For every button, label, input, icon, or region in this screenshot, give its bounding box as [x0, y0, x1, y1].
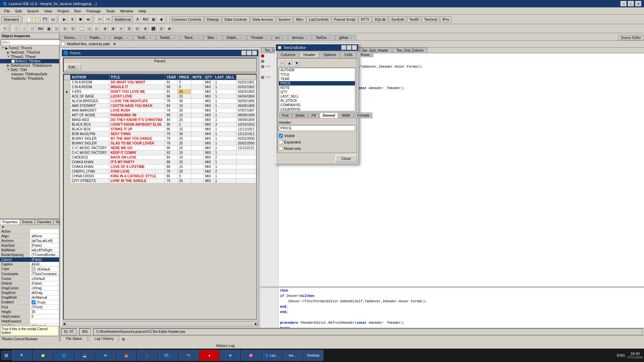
col-header-note[interactable]: NOTE	[191, 75, 204, 80]
taskbar-firefox[interactable]: 🦊	[116, 350, 136, 361]
source-tab-close-13[interactable]: ✕	[350, 36, 352, 40]
lower-code-lines[interactable]: then if IHover=nil then IHover:=TTextFor…	[279, 288, 644, 328]
props-val-helptype[interactable]: htContext	[30, 324, 59, 325]
menu-view[interactable]: View	[42, 8, 55, 14]
menu-run[interactable]: Run	[71, 8, 84, 14]
tb-a2[interactable]: Abc	[142, 16, 149, 23]
nav-minus-btn[interactable]: −	[279, 60, 285, 66]
col-header-year[interactable]: YEAR	[165, 75, 177, 80]
props-tab-properties[interactable]: Properties	[0, 219, 20, 225]
teegrid-tab-cells[interactable]: Cells	[340, 52, 356, 57]
tb-new[interactable]: 📄	[25, 16, 33, 23]
props-tab-favorites[interactable]: Favorites	[35, 219, 53, 225]
settings-gear-icon[interactable]: ⚙	[122, 337, 125, 342]
start-button[interactable]: ⊞	[1, 351, 11, 360]
taskbar-search[interactable]: 🔍	[12, 350, 32, 361]
props-val-constraints[interactable]: (TSizeConstraint...	[30, 272, 59, 277]
col-item-note[interactable]: NOTE	[279, 85, 355, 90]
tb-comp16[interactable]: ⊡	[133, 25, 141, 32]
menu-edit[interactable]: Edit	[13, 8, 24, 14]
form-minimize-btn[interactable]: ─	[241, 51, 246, 55]
props-val-align[interactable]: alNone	[30, 234, 59, 239]
oi-item-datasource1[interactable]: ▶ DataSource1: TDataSource	[0, 63, 59, 68]
tb-comp17[interactable]: ⊞	[142, 25, 149, 32]
props-val-borderspacing[interactable]: (TControlBorder...	[30, 253, 59, 257]
tb-comp9[interactable]: ⌚	[77, 25, 85, 32]
tb-undo[interactable]: ↩	[96, 16, 104, 23]
source-tab-close-4[interactable]: ✕	[149, 36, 152, 40]
source-tab-pastliv[interactable]: Pastliv...✕	[86, 35, 110, 40]
taskbar-music[interactable]: 🎵	[137, 350, 157, 361]
teegrid-close-btn[interactable]: ✕	[352, 45, 357, 50]
props-val-cancel[interactable]: (False)	[30, 257, 59, 262]
source-tab-source[interactable]: Source...✕	[60, 35, 85, 40]
source-tab-close-3[interactable]: ✕	[126, 36, 129, 40]
source-tab-close-10[interactable]: ✕	[281, 36, 284, 40]
col-item-year[interactable]: YEAR	[279, 77, 355, 81]
menu-window[interactable]: Window	[117, 8, 136, 14]
tb-comp11[interactable]: ▷	[93, 25, 101, 32]
teegrid-close-button[interactable]: Close	[335, 155, 357, 162]
oi-expand-datasource1[interactable]: ▶	[7, 64, 10, 67]
tb-run[interactable]: ▶	[61, 16, 68, 23]
tb-comp15[interactable]: ⊟	[125, 25, 133, 32]
taskbar-lazarus[interactable]: 🔵 Laz...	[262, 350, 282, 361]
taskbar-computer[interactable]: 💻	[74, 350, 95, 361]
props-val-cursor[interactable]: crDefault	[30, 277, 59, 281]
oi-item-indexes[interactable]: Indexes: TDbfIndexDefs	[0, 72, 59, 76]
minimize-btn[interactable]: ─	[621, 1, 627, 6]
source-tab-teead[interactable]: TeeAd...✕	[156, 35, 180, 40]
sub-tab-general[interactable]: General	[320, 113, 338, 118]
oi-item-form1[interactable]: ▼ ▶ Form1: TForm1	[0, 46, 59, 50]
visible-checkbox[interactable]	[279, 134, 283, 138]
column-list[interactable]: AUTHOR TITLE YEAR PRICE NOTE QTY LAST_SE…	[279, 68, 355, 111]
tb-comp14[interactable]: ≡	[117, 25, 125, 32]
modified-checkbox[interactable]	[61, 42, 65, 46]
tb-comp6[interactable]: ◻	[53, 25, 60, 32]
col-header-title[interactable]: TITLE	[109, 75, 165, 80]
props-val-helpkeyword[interactable]	[30, 319, 59, 324]
col-item-qty[interactable]: QTY	[279, 90, 355, 94]
bottom-tab-file-status[interactable]: File Status	[60, 336, 88, 342]
tb-cursor[interactable]: ↖	[1, 25, 9, 32]
props-val-default[interactable]: (False)	[30, 281, 59, 286]
form-maximize-btn[interactable]: □	[247, 51, 252, 55]
teegrid-tab-header[interactable]: Header	[300, 52, 319, 57]
form-close-btn[interactable]: ✕	[252, 51, 257, 55]
tb-comp3[interactable]: □	[29, 25, 36, 32]
col-header-author[interactable]: AUTHOR	[70, 75, 109, 80]
code-editor-lower[interactable]: then if IHover=nil then IHover:=TTextFor…	[260, 288, 644, 328]
source-tab-teeb[interactable]: TeeB...✕	[133, 35, 155, 40]
edit-button[interactable]: Edit...	[65, 64, 81, 70]
source-tab-close-1[interactable]: ✕	[79, 36, 82, 40]
hscroll-right[interactable]: ▶	[254, 321, 258, 326]
teegrid-tab-columns[interactable]: Columns	[277, 52, 299, 57]
source-tab-close-2[interactable]: ✕	[103, 36, 106, 40]
source-tab-teegri[interactable]: teegri...✕	[110, 35, 133, 40]
data-grid-container[interactable]: AUTHOR TITLE YEAR PRICE NOTE QTY LAST_SE…	[63, 74, 257, 320]
tab-tee-grid-column[interactable]: Tee_Grid_Column	[393, 48, 427, 53]
source-tab-github[interactable]: github✕	[335, 35, 356, 40]
taskbar-st[interactable]: ST...	[158, 350, 178, 361]
tb-comp18[interactable]: ⬛	[150, 25, 157, 32]
props-val-dragcursor[interactable]: crDrag	[30, 286, 59, 291]
oi-expand-form1[interactable]: ▼	[1, 47, 5, 50]
menu-tools[interactable]: Tools	[103, 8, 117, 14]
source-tab-close-9[interactable]: ✕	[265, 36, 267, 40]
col-item-last-sell[interactable]: LAST_SELL	[279, 94, 355, 99]
props-tab-events[interactable]: Events	[20, 219, 35, 225]
source-tab-delphi[interactable]: Delphi...✕	[223, 35, 247, 40]
source-tab-misc[interactable]: Misc✕	[204, 35, 222, 40]
teegrid-tab-options[interactable]: Options	[320, 52, 340, 57]
col-header-last-sell[interactable]: LAST_SELL	[214, 75, 236, 80]
oi-expand-teegrid1[interactable]: ▶	[7, 51, 10, 54]
props-val-enabled[interactable]: (True)	[30, 300, 59, 305]
sub-tab-stroke[interactable]: Stroke	[292, 113, 308, 118]
close-btn[interactable]: ✕	[635, 1, 641, 6]
tb-comp5[interactable]: ▦	[45, 25, 52, 32]
oi-item-button1[interactable]: ▶ Button1: TButton	[0, 59, 59, 63]
taskbar-target[interactable]: 🎯	[241, 350, 261, 361]
tb-comp1[interactable]: ↑	[13, 25, 20, 32]
tb-open[interactable]: 📁	[33, 16, 41, 23]
col-item-countryid[interactable]: COUNTRYID	[279, 107, 355, 111]
